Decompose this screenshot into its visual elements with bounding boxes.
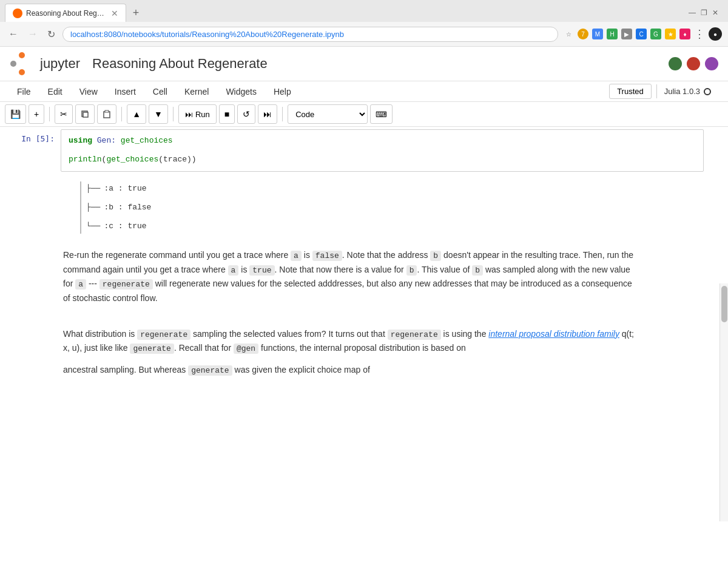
copy-icon [81, 110, 89, 118]
text-is-2: is [238, 265, 249, 274]
jupyter-header: jupyter Reasoning About Regenerate [0, 47, 728, 81]
code-b-3: b [472, 265, 483, 276]
toolbar-separator-1 [49, 107, 50, 121]
ext7-icon[interactable]: ★ [665, 29, 676, 39]
code-b-2: b [406, 265, 417, 276]
menu-help[interactable]: Help [266, 84, 298, 99]
move-up-button[interactable]: ▲ [127, 104, 146, 124]
ext5-icon[interactable]: C [636, 29, 647, 39]
add-cell-button[interactable]: + [29, 104, 44, 124]
code-println: println [69, 155, 102, 164]
text-is-1: is [302, 250, 312, 260]
code-regenerate-3: regenerate [388, 330, 441, 340]
jupyter-logo: jupyter [10, 52, 80, 76]
tree-gap-2 [86, 214, 704, 219]
code-a-2: a [228, 265, 239, 276]
restore-button[interactable]: ❐ [701, 8, 707, 17]
forward-button[interactable]: → [25, 27, 40, 41]
code-regenerate-2: regenerate [137, 330, 190, 340]
cut-button[interactable]: ✂ [55, 104, 73, 124]
tree-branch-2: ├── [86, 200, 100, 214]
tree-container: ├── :a : true ├── :b : false └── :c : tr… [80, 181, 704, 234]
profile-icon[interactable]: ● [709, 27, 722, 41]
menu-widgets[interactable]: Widgets [218, 84, 264, 99]
minimize-button[interactable]: — [689, 8, 696, 17]
link-internal-proposal[interactable]: internal proposal distribution family [488, 329, 619, 339]
ext2-icon[interactable]: M [592, 29, 603, 39]
status-dot-red [687, 57, 700, 70]
code-false: false [312, 251, 342, 261]
menu-insert[interactable]: Insert [107, 84, 143, 99]
svg-point-0 [19, 52, 25, 58]
text-note-2: . Note that now there is a value for [275, 265, 406, 274]
markdown-paragraph-3: ancestral sampling. But whereas generate… [63, 363, 641, 378]
jupyter-wordmark: jupyter [40, 56, 80, 72]
scrollbar[interactable] [720, 283, 728, 521]
move-down-button[interactable]: ▼ [149, 104, 168, 124]
code-line-2: println(get_choices(trace)) [69, 154, 696, 166]
menu-file[interactable]: File [10, 84, 38, 99]
text-sampling: sampling the selected values from? It tu… [190, 329, 388, 339]
address-input[interactable] [62, 27, 558, 42]
ext1-icon[interactable]: 7 [578, 29, 588, 39]
run-label: Run [195, 110, 210, 119]
cell-code-5[interactable]: using Gen: get_choices println(get_choic… [61, 129, 704, 172]
text-note-1: . Note that the address [342, 250, 431, 260]
stop-button[interactable]: ■ [219, 104, 235, 124]
menu-cell[interactable]: Cell [146, 84, 175, 99]
code-module: Gen: [92, 136, 121, 145]
code-area-5: using Gen: get_choices println(get_choic… [61, 130, 703, 171]
kernel-info: Julia 1.0.3 [656, 84, 718, 98]
refresh-button[interactable]: ↻ [45, 27, 58, 41]
code-getchoices: get_choices [106, 155, 158, 164]
code-true: true [249, 265, 274, 276]
run-button[interactable]: ⏭ Run [178, 104, 217, 124]
toolbar-separator-2 [121, 107, 122, 121]
menu-view[interactable]: View [72, 84, 105, 99]
scrollbar-thumb[interactable] [721, 286, 727, 322]
text-just: , just like like [79, 343, 130, 353]
svg-rect-4 [83, 112, 88, 117]
favicon [13, 8, 22, 18]
notebook-title[interactable]: Reasoning About Regenerate [92, 56, 268, 72]
tree-branch-1: ├── [86, 181, 100, 195]
menu-dots-icon[interactable]: ⋮ [694, 29, 705, 39]
trusted-button[interactable]: Trusted [609, 84, 652, 99]
browser-actions: ☆ 7 M H ▶ C G ★ ♦ ⋮ ● [563, 27, 722, 41]
output-area-5: ├── :a : true ├── :b : false └── :c : tr… [0, 174, 704, 241]
bookmark-icon[interactable]: ☆ [563, 29, 574, 39]
close-window-button[interactable]: ✕ [712, 8, 718, 17]
tab-close-button[interactable]: ✕ [111, 8, 118, 18]
code-regenerate-1: regenerate [99, 279, 153, 290]
ext8-icon[interactable]: ♦ [679, 29, 690, 39]
svg-point-1 [19, 69, 25, 75]
restart-button[interactable]: ↺ [237, 104, 255, 124]
tab-bar: Reasoning About Regene ✕ + — ❐ ✕ [0, 0, 728, 22]
menu-kernel[interactable]: Kernel [177, 84, 216, 99]
cell-prompt-5: In [5]: [0, 129, 61, 172]
menu-edit[interactable]: Edit [41, 84, 70, 99]
ext6-icon[interactable]: G [650, 29, 661, 39]
text-what: What distribution is [63, 329, 137, 339]
keyboard-shortcuts-button[interactable]: ⌨ [370, 104, 393, 124]
save-button[interactable]: 💾 [5, 104, 26, 124]
tree-line-3: └── :c : true [86, 219, 704, 233]
markdown-cell-1: Re-run the regenerate command until you … [0, 241, 704, 320]
tree-key-b: :b : false [104, 200, 151, 214]
code-function: get_choices [121, 136, 173, 145]
fast-forward-button[interactable]: ⏭ [258, 104, 277, 124]
paste-icon [103, 110, 111, 118]
active-tab[interactable]: Reasoning About Regene ✕ [5, 4, 126, 22]
cell-type-select[interactable]: Code Markdown Raw NBConvert [288, 104, 368, 124]
code-line-1: using Gen: get_choices [69, 135, 696, 147]
toolbar: 💾 + ✂ ▲ ▼ ⏭ Run ■ ↺ ⏭ Code Markdown Raw … [0, 102, 728, 127]
back-button[interactable]: ← [6, 27, 21, 41]
ext4-icon[interactable]: ▶ [621, 29, 632, 39]
copy-button[interactable] [75, 104, 95, 124]
tree-key-c: :c : true [104, 219, 146, 233]
svg-rect-6 [105, 110, 109, 112]
ext3-icon[interactable]: H [607, 29, 618, 39]
new-tab-button[interactable]: + [129, 5, 143, 20]
notebook-content[interactable]: In [5]: using Gen: get_choices println(g… [0, 127, 728, 521]
paste-button[interactable] [97, 104, 116, 124]
